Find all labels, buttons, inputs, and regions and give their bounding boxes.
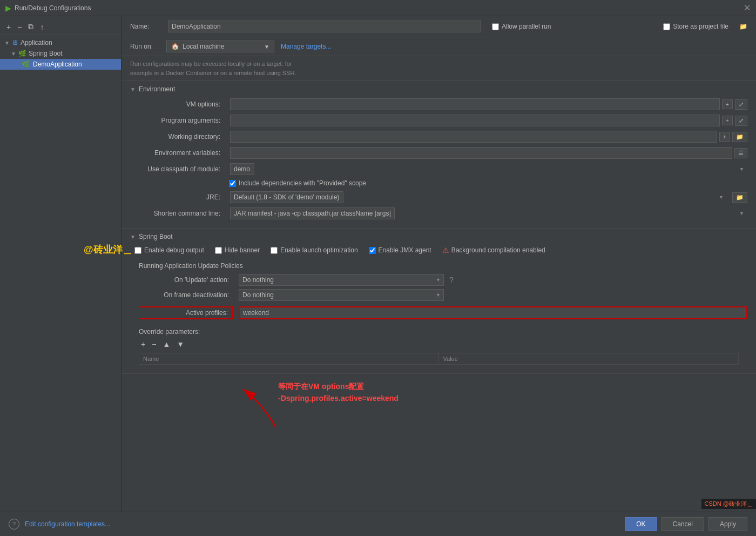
active-profiles-row: Active profiles:: [130, 306, 747, 319]
move-config-button[interactable]: ↑: [38, 22, 46, 32]
environment-section-header[interactable]: ▼ Environment: [130, 85, 747, 93]
working-dir-row: Working directory: + 📁: [130, 131, 747, 143]
info-text: Run configurations may be executed local…: [122, 56, 756, 81]
override-add-btn[interactable]: +: [139, 339, 147, 350]
program-args-input[interactable]: [230, 115, 720, 126]
enable-launch-label[interactable]: Enable launch optimization: [271, 246, 357, 254]
enable-debug-checkbox[interactable]: [134, 247, 141, 254]
program-args-expand-btn[interactable]: +: [722, 116, 733, 125]
override-remove-btn[interactable]: −: [150, 339, 158, 350]
remove-config-button[interactable]: −: [15, 22, 24, 32]
store-as-project-checkbox[interactable]: [663, 23, 670, 30]
copy-config-button[interactable]: ⧉: [26, 21, 36, 32]
override-table-header: Name Value: [139, 353, 739, 365]
cancel-button[interactable]: Cancel: [662, 517, 704, 531]
working-dir-input[interactable]: [230, 131, 717, 143]
jre-browse-btn[interactable]: 📁: [732, 192, 747, 203]
allow-parallel-checkbox[interactable]: [492, 23, 499, 30]
allow-parallel-label[interactable]: Allow parallel run: [492, 23, 551, 30]
enable-jmx-label[interactable]: Enable JMX agent: [369, 246, 431, 254]
target-value: Local machine: [183, 43, 224, 50]
jre-select[interactable]: Default (1.8 - SDK of 'demo' module): [230, 191, 343, 203]
classpath-select[interactable]: demo: [230, 163, 254, 175]
add-config-button[interactable]: +: [4, 22, 13, 32]
hide-banner-checkbox[interactable]: [215, 247, 222, 254]
config-header-row: Name: Allow parallel run Store as projec…: [122, 16, 756, 37]
warning-icon: ⚠: [442, 246, 449, 254]
help-button[interactable]: ?: [9, 519, 19, 530]
springboot-section: ▼ Spring Boot Enable debug output Hide b…: [122, 229, 756, 374]
active-profiles-label: Active profiles:: [139, 306, 233, 319]
on-update-select[interactable]: Do nothing: [239, 274, 444, 286]
environment-title: Environment: [139, 85, 175, 93]
close-button[interactable]: ✕: [744, 3, 751, 13]
sidebar-item-springboot[interactable]: ▼ 🌿 Spring Boot: [0, 48, 121, 59]
classpath-label: Use classpath of module:: [130, 165, 225, 173]
override-toolbar: + − ▲ ▼: [139, 339, 739, 350]
springboot-section-header[interactable]: ▼ Spring Boot: [130, 233, 747, 240]
working-dir-expand-btn[interactable]: +: [719, 132, 730, 142]
title-bar-title: Run/Debug Configurations: [15, 4, 91, 12]
vm-options-expand-btn[interactable]: +: [722, 99, 733, 109]
override-section: Override parameters: + − ▲ ▼ Name Value: [130, 324, 747, 369]
update-policies-title: Running Application Update Policies: [139, 262, 747, 270]
bg-compilation-label[interactable]: ⚠ Background compilation enabled: [442, 246, 545, 254]
edit-config-link[interactable]: Edit configuration templates...: [25, 520, 110, 528]
store-as-project-label[interactable]: Store as project file: [663, 23, 728, 30]
env-vars-wrapper: ☰: [230, 147, 747, 159]
ok-button[interactable]: OK: [625, 517, 657, 531]
run-debug-icon: ▶: [5, 4, 11, 12]
demo-app-icon: 🌿: [22, 61, 30, 68]
hide-banner-label[interactable]: Hide banner: [215, 246, 260, 254]
bottom-buttons: OK Cancel Apply: [625, 517, 747, 531]
on-update-select-wrapper: Do nothing: [239, 274, 444, 286]
include-deps-row: Include dependencies with "Provided" sco…: [130, 179, 747, 187]
override-movedown-btn[interactable]: ▼: [174, 339, 186, 350]
main-container: + − ⧉ ↑ ▼ 🖥 Application ▼ 🌿 Spring Boot …: [0, 16, 756, 512]
enable-jmx-checkbox[interactable]: [369, 247, 376, 254]
sidebar-item-demoapplication[interactable]: 🌿 DemoApplication: [0, 59, 121, 70]
jre-select-wrapper: Default (1.8 - SDK of 'demo' module): [230, 191, 727, 203]
title-bar: ▶ Run/Debug Configurations ✕: [0, 0, 756, 16]
on-update-help-icon[interactable]: ?: [449, 276, 454, 284]
env-vars-browse-btn[interactable]: ☰: [734, 148, 747, 158]
on-update-row: On 'Update' action: Do nothing ?: [139, 274, 747, 286]
working-dir-wrapper: + 📁: [230, 131, 747, 143]
target-dropdown[interactable]: 🏠 Local machine ▼: [166, 41, 274, 52]
program-args-browse-btn[interactable]: ⤢: [735, 116, 747, 126]
working-dir-label: Working directory:: [130, 133, 225, 140]
shorten-cmd-label: Shorten command line:: [130, 210, 225, 217]
bottom-bar: ? Edit configuration templates... OK Can…: [0, 512, 756, 536]
active-profiles-input[interactable]: [239, 306, 747, 319]
name-input[interactable]: [168, 21, 481, 32]
apply-button[interactable]: Apply: [708, 517, 747, 531]
vm-options-label: VM options:: [130, 100, 225, 108]
program-args-row: Program arguments: + ⤢: [130, 115, 747, 126]
shorten-cmd-select[interactable]: JAR manifest - java -cp classpath.jar cl…: [230, 207, 395, 219]
on-frame-select-wrapper: Do nothing: [239, 289, 444, 301]
on-frame-select[interactable]: Do nothing: [239, 289, 444, 301]
working-dir-browse-btn[interactable]: 📁: [732, 132, 747, 142]
classpath-select-wrapper: demo: [230, 163, 747, 175]
enable-debug-label[interactable]: Enable debug output: [134, 246, 204, 254]
app-icon: 🖥: [12, 39, 18, 46]
override-name-col: Name: [139, 353, 439, 364]
on-update-label: On 'Update' action:: [139, 276, 233, 284]
on-frame-row: On frame deactivation: Do nothing: [139, 289, 747, 301]
env-vars-input[interactable]: [230, 147, 732, 159]
sidebar-item-application[interactable]: ▼ 🖥 Application: [0, 37, 121, 48]
expand-icon: ▼: [4, 40, 10, 46]
include-deps-wrapper: Include dependencies with "Provided" sco…: [229, 179, 366, 187]
manage-targets-link[interactable]: Manage targets...: [281, 43, 331, 50]
include-deps-label: Include dependencies with "Provided" sco…: [239, 179, 366, 187]
sidebar-toolbar: + − ⧉ ↑: [0, 19, 121, 35]
springboot-icon: 🌿: [18, 50, 26, 57]
include-deps-checkbox[interactable]: [229, 180, 236, 187]
override-moveup-btn[interactable]: ▲: [160, 339, 172, 350]
vm-options-browse-btn[interactable]: ⤢: [735, 99, 747, 110]
name-label: Name:: [130, 23, 157, 30]
program-args-wrapper: + ⤢: [230, 115, 747, 126]
vm-options-input[interactable]: [230, 98, 720, 110]
enable-launch-checkbox[interactable]: [271, 247, 278, 254]
run-on-label: Run on:: [130, 43, 160, 50]
